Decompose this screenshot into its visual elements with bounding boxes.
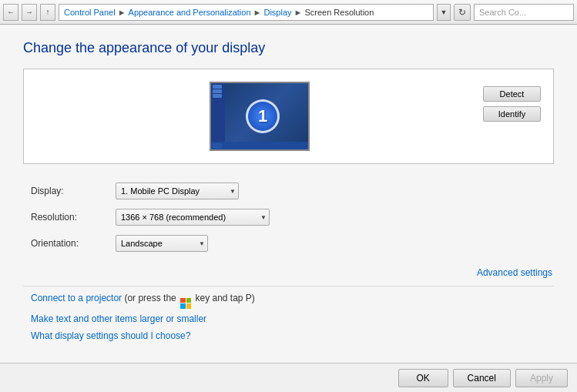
orientation-control: Landscape bbox=[116, 235, 208, 252]
text-size-line: Make text and other items larger or smal… bbox=[31, 313, 546, 324]
up-button[interactable]: ↑ bbox=[40, 4, 55, 21]
text-size-link[interactable]: Make text and other items larger or smal… bbox=[31, 313, 206, 324]
monitor-taskbar bbox=[211, 142, 308, 149]
crumb-display[interactable]: Display bbox=[263, 8, 291, 17]
resolution-label: Resolution: bbox=[31, 212, 116, 223]
search-box[interactable]: Search Co... bbox=[474, 4, 574, 21]
orientation-select[interactable]: Landscape bbox=[116, 235, 208, 252]
ok-button[interactable]: OK bbox=[398, 369, 448, 387]
monitor-folder-1 bbox=[213, 85, 222, 89]
logo-q2 bbox=[186, 298, 192, 303]
resolution-control: 1366 × 768 (recommended) bbox=[116, 209, 270, 226]
breadcrumb-sep-1: ► bbox=[118, 8, 126, 17]
bottom-bar: OK Cancel Apply bbox=[0, 363, 577, 392]
display-select[interactable]: 1. Mobile PC Display bbox=[116, 183, 239, 199]
monitor-preview: 1 bbox=[36, 82, 483, 151]
monitor-buttons: Detect Identify bbox=[483, 82, 541, 122]
links-section: Connect to a projector (or press the key… bbox=[23, 286, 554, 353]
projector-text: (or press the bbox=[124, 293, 179, 303]
projector-line: Connect to a projector (or press the key… bbox=[31, 293, 546, 307]
settings-section: Display: 1. Mobile PC Display Resolution… bbox=[23, 176, 554, 267]
display-control: 1. Mobile PC Display bbox=[116, 183, 239, 199]
monitor-number: 1 bbox=[246, 99, 280, 133]
apply-button[interactable]: Apply bbox=[515, 369, 568, 387]
resolution-row: Resolution: 1366 × 768 (recommended) bbox=[31, 209, 554, 226]
monitor-start bbox=[213, 143, 222, 149]
crumb-current: Screen Resolution bbox=[304, 8, 374, 17]
monitor-folder-3 bbox=[213, 94, 222, 98]
cancel-button[interactable]: Cancel bbox=[453, 369, 511, 387]
help-link[interactable]: What display settings should I choose? bbox=[31, 330, 190, 341]
crumb-control-panel[interactable]: Control Panel bbox=[64, 8, 116, 17]
refresh-button[interactable]: ↻ bbox=[454, 4, 471, 21]
back-button[interactable]: ← bbox=[3, 4, 18, 21]
orientation-label: Orientation: bbox=[31, 238, 116, 249]
breadcrumb: Control Panel ► Appearance and Personali… bbox=[59, 4, 434, 21]
windows-logo-icon bbox=[180, 298, 191, 309]
monitor-image: 1 bbox=[210, 82, 310, 151]
monitor-folder-2 bbox=[213, 89, 222, 93]
page-title: Change the appearance of your display bbox=[23, 40, 554, 56]
main-content: Change the appearance of your display 1 … bbox=[0, 25, 577, 363]
forward-button[interactable]: → bbox=[22, 4, 37, 21]
breadcrumb-dropdown[interactable]: ▼ bbox=[437, 4, 451, 21]
orientation-row: Orientation: Landscape bbox=[31, 235, 554, 252]
breadcrumb-sep-3: ► bbox=[294, 8, 303, 17]
logo-q3 bbox=[180, 303, 186, 309]
projector-text-end: key and tap P) bbox=[195, 293, 254, 303]
logo-q4 bbox=[186, 303, 192, 309]
advanced-settings-link[interactable]: Advanced settings bbox=[23, 267, 552, 278]
monitor-area: 1 Detect Identify bbox=[23, 69, 554, 164]
help-line: What display settings should I choose? bbox=[31, 330, 546, 341]
logo-q1 bbox=[180, 298, 186, 303]
breadcrumb-sep-2: ► bbox=[253, 8, 262, 17]
monitor-sidebar bbox=[211, 83, 225, 142]
display-label: Display: bbox=[31, 186, 116, 196]
projector-link[interactable]: Connect to a projector bbox=[31, 293, 122, 303]
crumb-appearance[interactable]: Appearance and Personalization bbox=[129, 8, 251, 17]
display-row: Display: 1. Mobile PC Display bbox=[31, 183, 554, 199]
resolution-select[interactable]: 1366 × 768 (recommended) bbox=[116, 209, 270, 226]
address-bar: ← → ↑ Control Panel ► Appearance and Per… bbox=[0, 0, 577, 25]
search-placeholder: Search Co... bbox=[479, 8, 526, 17]
detect-button[interactable]: Detect bbox=[483, 86, 541, 102]
identify-button[interactable]: Identify bbox=[483, 106, 541, 122]
